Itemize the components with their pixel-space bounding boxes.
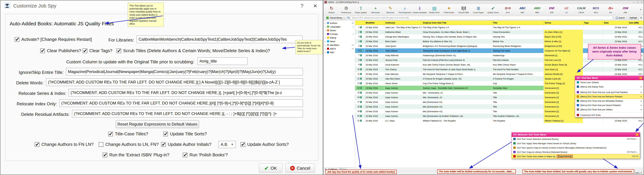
- tag-browser-item-rating[interactable]: ▸ Rating: [324, 36, 355, 39]
- column-header[interactable]: Author(s): [384, 21, 422, 25]
- toolbar-js-plus[interactable]: JS+ JS+: [603, 5, 618, 13]
- custom-column-input[interactable]: #orig_title: [198, 57, 248, 65]
- activate-checkbox[interactable]: Activate? [Change Requires Restart]: [15, 37, 92, 42]
- toolbar-q-equals-s[interactable]: Q=S Q=S: [500, 5, 515, 13]
- ok-button[interactable]: ✔ OK: [259, 164, 282, 173]
- toolbar-abc-tool[interactable]: ABC ABC: [515, 5, 530, 13]
- clear-publishers-checkbox[interactable]: Clear Publishers?: [40, 48, 81, 53]
- jobs-status[interactable]: Jobs: 0: [635, 172, 642, 174]
- menu-item[interactable]: GUI Tool: Ignore Copy-to-Library Custom …: [512, 146, 640, 150]
- menu-item[interactable]: [Menu] GUI Tools that are Utilities ▸: [575, 107, 644, 112]
- column-header[interactable]: Size (MB): [628, 21, 644, 25]
- update-title-sorts-checkbox[interactable]: Update Title Sorts?: [163, 131, 207, 137]
- authors-fnln-checkbox[interactable]: Change Authors to FN LN?: [35, 142, 94, 147]
- close-icon[interactable]: ✕: [639, 77, 642, 79]
- column-header[interactable]: Tags: [583, 21, 603, 25]
- column-header[interactable]: Title: [492, 21, 544, 25]
- column-header[interactable]: Date: [603, 21, 628, 25]
- column-header[interactable]: [355, 21, 364, 25]
- menu-item[interactable]: GUI Tool: Tickle Auto-Adder to Wake Up (…: [512, 154, 640, 159]
- delete-residual-input[interactable]: (?#COMMENT: ADD CUSTOM REs TO THE FAR LE…: [72, 110, 303, 118]
- run-polish-books-checkbox[interactable]: Run 'Polish Books'?: [183, 152, 228, 158]
- help-button[interactable]: ?: [296, 3, 308, 9]
- table-row[interactable]: 2 23 Mar 2018 Katherine Allred Close Enc…: [355, 30, 644, 34]
- authors-lnfn-checkbox[interactable]: Change Authors to LN, FN?: [99, 142, 158, 147]
- relocate-index-input[interactable]: (?#COMMENT: ADD CUSTOM REs TO THE FAR LE…: [59, 99, 303, 107]
- menu-item[interactable]: Customize GUI Tools: [575, 113, 644, 117]
- tag-browser-item-abch[interactable]: ▸ ABCH 13: [324, 47, 355, 50]
- window-control[interactable]: —: [633, 1, 635, 3]
- menu-item[interactable]: [Menu] Job Dialog Tools ▸: [575, 84, 644, 89]
- close-icon[interactable]: ✕: [636, 133, 638, 136]
- tag-browser-item-formats[interactable]: ▸ Formats 2: [324, 32, 355, 36]
- tag-browser-item-identifiers[interactable]: ▸ Identifiers 13: [324, 43, 355, 47]
- menu-item[interactable]: [Menu] GUI Tools that are Metadata Relat…: [575, 99, 644, 103]
- update-author-sorts-checkbox[interactable]: Update Author Sorts?: [240, 142, 289, 147]
- toolbar-add-books[interactable]: + Add books: [368, 5, 383, 13]
- table-row[interactable]: 4 23 Mar 2018 Bufo Calvin Before You (Be…: [355, 39, 644, 44]
- toolbar-modify-epub[interactable]: ▤ Modify ePub: [427, 5, 442, 13]
- toolbar-preferences[interactable]: ⚙ Preferences: [339, 5, 354, 13]
- column-header[interactable]: Modified: [364, 21, 384, 25]
- toolbar-find-duplicates[interactable]: ⌕ Find Duplicates: [398, 5, 412, 13]
- toolbar-calm-tool[interactable]: CALM CALM: [574, 5, 588, 13]
- toolbar-restart[interactable]: ↻ Restart: [324, 5, 339, 13]
- title-case-checkbox[interactable]: Title-Case Titles?: [108, 131, 148, 137]
- menu-item[interactable]: Show Last: Default: [575, 80, 644, 84]
- cell-original-title: Before You (Before & After #1): [422, 39, 492, 44]
- tag-browser-item-languages[interactable]: ▸ Languages 1: [324, 25, 355, 28]
- reset-regex-button[interactable]: Reset Regular Expressions to Default Val…: [116, 120, 199, 128]
- clear-tags-checkbox[interactable]: Clear Tags?: [83, 48, 112, 53]
- toolbar-count-pages[interactable]: ≣ Count Pages: [471, 5, 486, 13]
- close-button[interactable]: ✕: [312, 3, 319, 9]
- search-input[interactable]: Search (For advanced search click the ge…: [350, 16, 613, 20]
- table-row[interactable]: 9 23 Mar 2018 Anna Katmore Kiss with Che…: [355, 62, 644, 67]
- toolbar-lc-tool[interactable]: LC LC: [559, 5, 574, 13]
- cell-tags: [583, 34, 603, 39]
- tag-browser-item-authors[interactable]: ▸ Authors 15: [324, 21, 355, 25]
- tag-browser-item-series[interactable]: ▸ Series: [324, 28, 355, 32]
- table-row[interactable]: 21 23 Mar 2018 S.J. Deas William Falklan…: [355, 118, 644, 123]
- for-libraries-input[interactable]: CalibreMainWorkbench|CalibreJobSpyTest1|…: [136, 35, 303, 43]
- toolbar-plugin-updater[interactable]: ⇪ Plugin updater: [354, 5, 368, 13]
- author-initials-checkbox[interactable]: Update Author Initials?: [161, 142, 212, 147]
- search-icon[interactable]: [347, 17, 350, 19]
- delete-words-input[interactable]: (?#COMMENT: ADD CUSTOM REs TO THE FAR LE…: [46, 78, 303, 86]
- menu-item[interactable]: [Menu] GUI Tools that are Search Related…: [575, 103, 644, 107]
- run-extract-isbn-checkbox[interactable]: Run the 'Extract ISBN' Plug-in?: [103, 152, 170, 158]
- toolbar-overflow[interactable]: »: [638, 8, 643, 11]
- ignore-title-input[interactable]: Magazine|Periodical|Journal|Newspaper|Ma…: [66, 68, 303, 75]
- toolbar-abo-tool[interactable]: ABO ABO: [530, 5, 544, 13]
- menu-item[interactable]: GUI Tool: Copy-to-Library Shortcut [Sele…: [512, 150, 640, 154]
- search-button[interactable]: Search: [614, 16, 627, 20]
- column-header[interactable]: Original Auto-Add Title: [422, 21, 492, 25]
- table-row[interactable]: 1 23 Mar 2018 Jade Lee - The Way of the …: [355, 25, 644, 30]
- tag-browser-item-abc[interactable]: ▸ ABC: [324, 50, 355, 54]
- gear-icon[interactable]: ⚙: [640, 16, 642, 19]
- table-row[interactable]: 3 23 Mar 2018 George Burt Washington All…: [355, 34, 644, 39]
- virtual-library-button[interactable]: Virtual library ▼: [325, 16, 346, 20]
- table-row[interactable]: 10 23 Mar 2018 Tom Clancy The Hunt for R…: [355, 67, 644, 72]
- menu-item[interactable]: GUI Tool: Invert Selection [Selected Boo…: [512, 137, 640, 141]
- tag-browser-item-news[interactable]: ▸ News: [324, 39, 355, 43]
- relocate-series-input[interactable]: (?#COMMENT: ADD CUSTOM REs TO THE FAR LE…: [68, 89, 303, 97]
- menu-item[interactable]: GUI Tool: Apply View Manager Views based…: [512, 141, 640, 146]
- menu-item[interactable]: [Menu] GUI Tools that are Behavior Relat…: [575, 94, 644, 99]
- toolbar-edit-book[interactable]: ✎ Edit book: [383, 5, 398, 13]
- initials-format-dropdown[interactable]: A.B.▼: [218, 141, 236, 148]
- toolbar-mcs-tool[interactable]: MCS MCS: [588, 5, 603, 13]
- highlight-button[interactable]: Highlight: [628, 16, 639, 20]
- toolbar-quality-check[interactable]: ✔ Quality Check: [486, 5, 500, 13]
- chevron-right-icon: ▸: [325, 33, 326, 35]
- scrub-titles-checkbox[interactable]: Scrub Titles (Delete Authors & Certain W…: [116, 48, 270, 53]
- window-control[interactable]: ✕: [641, 1, 642, 3]
- toolbar-polish-books[interactable]: ✦ Polish books: [442, 5, 456, 13]
- toolbar-enf-tool[interactable]: ENF ENF: [544, 5, 559, 13]
- cancel-button[interactable]: ✕ Cancel: [285, 164, 315, 173]
- window-control[interactable]: ▢: [637, 1, 639, 3]
- column-header[interactable]: Series: [544, 21, 583, 25]
- toolbar-jsm-tool[interactable]: JSM JSM: [618, 5, 633, 13]
- toolbar-extract-isbn[interactable]: ‖|‖ Extract ISBN: [456, 5, 471, 13]
- menu-item[interactable]: [Menu] GUI Tools that are Look and Feel …: [575, 90, 644, 94]
- toolbar-embed-metadata[interactable]: ⇓ Embed metadata: [412, 5, 427, 13]
